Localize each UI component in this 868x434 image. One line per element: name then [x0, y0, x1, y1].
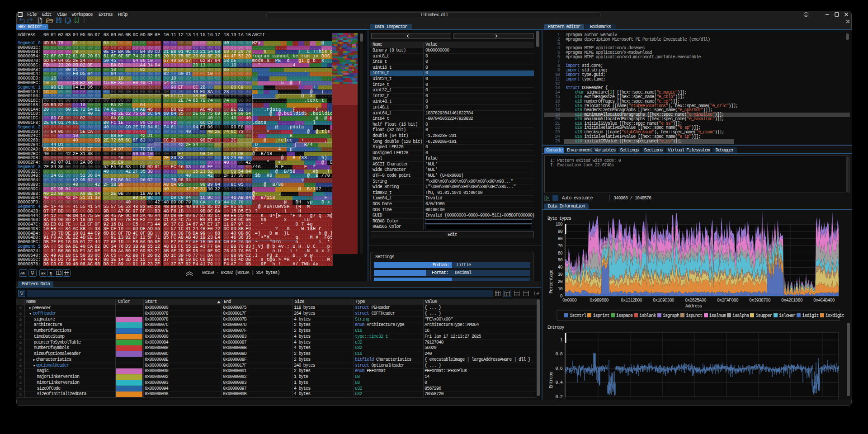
- svg-text:Aa: Aa: [20, 271, 25, 276]
- svg-text:¶: ¶: [50, 272, 52, 276]
- svg-text:abc: abc: [41, 272, 46, 275]
